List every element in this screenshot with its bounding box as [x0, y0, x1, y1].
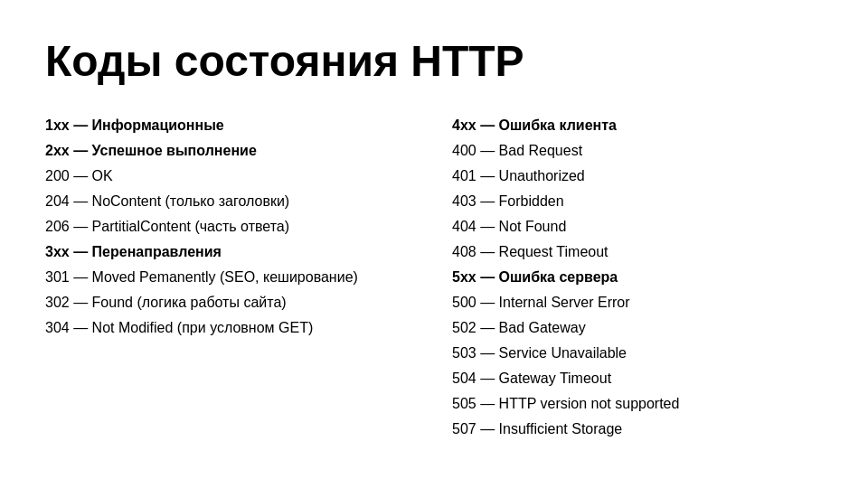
list-item: 503 — Service Unavailable	[452, 341, 823, 366]
list-item: 4xx — Ошибка клиента	[452, 113, 823, 138]
left-column: 1xx — Информационные2xx — Успешное выпол…	[45, 113, 416, 442]
list-item: 403 — Forbidden	[452, 189, 823, 214]
list-item: 1xx — Информационные	[45, 113, 416, 138]
main-content: 1xx — Информационные2xx — Успешное выпол…	[45, 113, 823, 442]
list-item: 301 — Moved Pemanently (SEO, кеширование…	[45, 265, 416, 290]
list-item: 505 — HTTP version not supported	[452, 391, 823, 417]
list-item: 507 — Insufficient Storage	[452, 417, 823, 442]
list-item: 204 — NoContent (только заголовки)	[45, 189, 416, 214]
list-item: 200 — OK	[45, 164, 416, 189]
right-column: 4xx — Ошибка клиента400 — Bad Request401…	[452, 113, 823, 442]
list-item: 5xx — Ошибка сервера	[452, 265, 823, 290]
page-title: Коды состояния HTTP	[45, 36, 823, 86]
list-item: 404 — Not Found	[452, 214, 823, 239]
list-item: 302 — Found (логика работы сайта)	[45, 290, 416, 315]
list-item: 504 — Gateway Timeout	[452, 366, 823, 391]
list-item: 3xx — Перенаправления	[45, 239, 416, 265]
list-item: 500 — Internal Server Error	[452, 290, 823, 315]
list-item: 400 — Bad Request	[452, 138, 823, 164]
list-item: 408 — Request Timeout	[452, 239, 823, 265]
list-item: 206 — PartitialContent (часть ответа)	[45, 214, 416, 239]
list-item: 304 — Not Modified (при условном GET)	[45, 315, 416, 341]
list-item: 401 — Unauthorized	[452, 164, 823, 189]
list-item: 502 — Bad Gateway	[452, 315, 823, 341]
list-item: 2xx — Успешное выполнение	[45, 138, 416, 164]
